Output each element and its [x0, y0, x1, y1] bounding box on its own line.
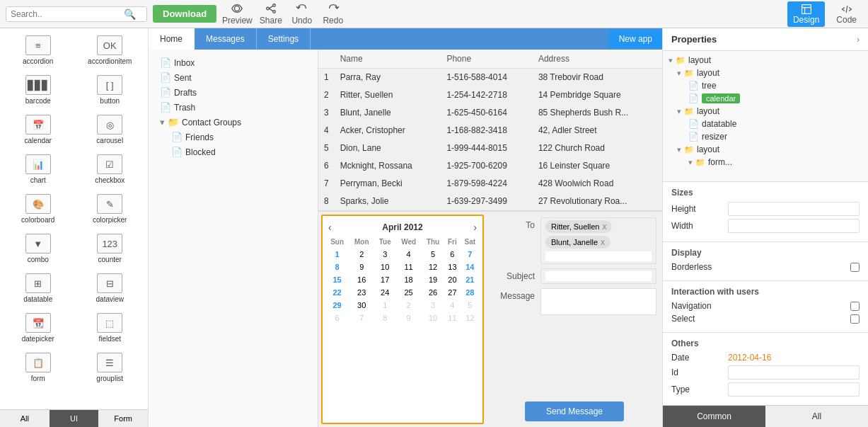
sidebar-item-datatable[interactable]: ⊞ datatable: [3, 269, 74, 307]
cal-cell[interactable]: 17: [374, 273, 395, 286]
tree-item-trash[interactable]: 📄Trash: [154, 100, 312, 115]
cal-cell[interactable]: 7: [349, 312, 374, 324]
cal-cell[interactable]: 23: [349, 286, 374, 299]
tree-item-blocked[interactable]: 📄Blocked: [154, 144, 312, 159]
cal-cell[interactable]: 18: [395, 273, 422, 286]
cal-cell[interactable]: 28: [461, 286, 480, 299]
sidebar-item-combo[interactable]: ▼ combo: [3, 229, 74, 268]
tree-item-contact-groups[interactable]: ▾📁Contact Groups: [154, 115, 312, 130]
prop-tree-item-layout[interactable]: ▾📁layout: [663, 54, 868, 67]
preview-button[interactable]: Preview: [222, 2, 253, 25]
prop-tree-item-form...[interactable]: ▾📁form...: [663, 156, 868, 169]
prop-tree-item-layout[interactable]: ▾📁layout: [663, 105, 868, 118]
subject-field[interactable]: [540, 268, 656, 284]
cal-cell[interactable]: 22: [325, 286, 349, 299]
prop-tree-item-calendar[interactable]: 📄calendar: [663, 92, 868, 105]
select-checkbox[interactable]: [850, 314, 860, 324]
cal-cell[interactable]: 20: [444, 273, 460, 286]
tree-item-sent[interactable]: 📄Sent: [154, 70, 312, 85]
cal-cell[interactable]: 12: [461, 312, 480, 324]
sidebar-footer-all[interactable]: All: [0, 410, 50, 427]
sidebar-footer-ui[interactable]: UI: [50, 410, 99, 427]
tree-item-friends[interactable]: 📄Friends: [154, 130, 312, 144]
code-button[interactable]: Code: [831, 1, 862, 27]
cal-cell[interactable]: 21: [461, 273, 480, 286]
search-box[interactable]: 🔍: [6, 6, 147, 22]
cal-cell[interactable]: 9: [395, 312, 422, 324]
cal-cell[interactable]: 14: [461, 261, 480, 273]
cal-cell[interactable]: 11: [444, 312, 460, 324]
calendar-prev-button[interactable]: ‹: [328, 222, 332, 233]
cal-cell[interactable]: 5: [422, 248, 444, 261]
send-button[interactable]: Send Message: [525, 402, 624, 421]
table-row[interactable]: 7 Perryman, Becki 1-879-598-4224 428 Woo…: [318, 175, 662, 193]
sidebar-item-fieldset[interactable]: ⬚ fieldset: [75, 309, 146, 347]
sidebar-item-colorboard[interactable]: 🎨 colorboard: [3, 190, 74, 228]
prop-tree-item-layout[interactable]: ▾📁layout: [663, 143, 868, 156]
sidebar-item-colorpicker[interactable]: ✎ colorpicker: [75, 190, 146, 228]
cal-cell[interactable]: 24: [374, 286, 395, 299]
sidebar-item-accordionitem[interactable]: OK accordionitem: [75, 31, 146, 69]
cal-cell[interactable]: 8: [325, 261, 349, 273]
cal-cell[interactable]: 30: [349, 299, 374, 312]
tab-home[interactable]: Home: [149, 28, 195, 50]
cal-cell[interactable]: 6: [325, 312, 349, 324]
sidebar-item-barcode[interactable]: ▊▊▊ barcode: [3, 71, 74, 109]
cal-cell[interactable]: 29: [325, 299, 349, 312]
sidebar-item-grouplist[interactable]: ☰ grouplist: [75, 348, 146, 387]
to-field[interactable]: Ritter, Suellen xBlunt, Janelle x: [540, 217, 656, 264]
cal-cell[interactable]: 3: [422, 299, 444, 312]
right-footer-common[interactable]: Common: [663, 406, 765, 427]
table-row[interactable]: 2 Ritter, Suellen 1-254-142-2718 14 Pemb…: [318, 86, 662, 104]
table-row[interactable]: 3 Blunt, Janelle 1-625-450-6164 85 Sheph…: [318, 104, 662, 122]
undo-button[interactable]: Undo: [289, 2, 315, 25]
cal-cell[interactable]: 8: [374, 312, 395, 324]
sidebar-item-accordion[interactable]: ≡ accordion: [3, 31, 74, 69]
search-input[interactable]: [11, 9, 124, 19]
sidebar-item-chart[interactable]: 📊 chart: [3, 150, 74, 188]
cal-cell[interactable]: 6: [444, 248, 460, 261]
tree-item-inbox[interactable]: 📄Inbox: [154, 55, 312, 70]
table-row[interactable]: 8 Sparks, Jolie 1-639-297-3499 27 Revolu…: [318, 193, 662, 210]
prop-tree-item-tree[interactable]: 📄tree: [663, 79, 868, 92]
cal-cell[interactable]: 4: [395, 248, 422, 261]
tree-item-drafts[interactable]: 📄Drafts: [154, 85, 312, 100]
navigation-checkbox[interactable]: [850, 302, 860, 311]
cal-cell[interactable]: 5: [461, 299, 480, 312]
cal-cell[interactable]: 12: [422, 261, 444, 273]
width-input[interactable]: [728, 219, 860, 233]
cal-cell[interactable]: 16: [349, 273, 374, 286]
cal-cell[interactable]: 2: [349, 248, 374, 261]
share-button[interactable]: Share: [258, 2, 284, 25]
cal-cell[interactable]: 7: [461, 248, 480, 261]
design-button[interactable]: Design: [787, 1, 825, 27]
tab-messages[interactable]: Messages: [195, 28, 257, 50]
cal-cell[interactable]: 9: [349, 261, 374, 273]
calendar-next-button[interactable]: ›: [473, 222, 477, 233]
sidebar-footer-form[interactable]: Form: [98, 410, 148, 427]
remove-recipient-icon[interactable]: x: [601, 237, 605, 247]
cal-cell[interactable]: 13: [444, 261, 460, 273]
borderless-checkbox[interactable]: [850, 263, 860, 272]
cal-cell[interactable]: 11: [395, 261, 422, 273]
cal-cell[interactable]: 10: [374, 261, 395, 273]
sidebar-item-calendar[interactable]: 📅 calendar: [3, 110, 74, 149]
message-textarea[interactable]: [540, 288, 656, 315]
cal-cell[interactable]: 25: [395, 286, 422, 299]
cal-cell[interactable]: 1: [374, 299, 395, 312]
table-row[interactable]: 4 Acker, Cristopher 1-168-882-3418 42, A…: [318, 122, 662, 140]
tab-settings[interactable]: Settings: [257, 28, 311, 50]
cal-cell[interactable]: 3: [374, 248, 395, 261]
cal-cell[interactable]: 15: [325, 273, 349, 286]
right-footer-all[interactable]: All: [765, 406, 868, 427]
cal-cell[interactable]: 27: [444, 286, 460, 299]
sidebar-item-counter[interactable]: 123 counter: [75, 229, 146, 268]
cal-cell[interactable]: 1: [325, 248, 349, 261]
new-app-button[interactable]: New app: [609, 30, 662, 48]
cal-cell[interactable]: 10: [422, 312, 444, 324]
sidebar-item-datepicker[interactable]: 📆 datepicker: [3, 309, 74, 347]
subject-input[interactable]: [545, 271, 652, 281]
prop-tree-item-resizer[interactable]: 📄resizer: [663, 130, 868, 143]
cal-cell[interactable]: 4: [444, 299, 460, 312]
sidebar-item-checkbox[interactable]: ☑ checkbox: [75, 150, 146, 188]
